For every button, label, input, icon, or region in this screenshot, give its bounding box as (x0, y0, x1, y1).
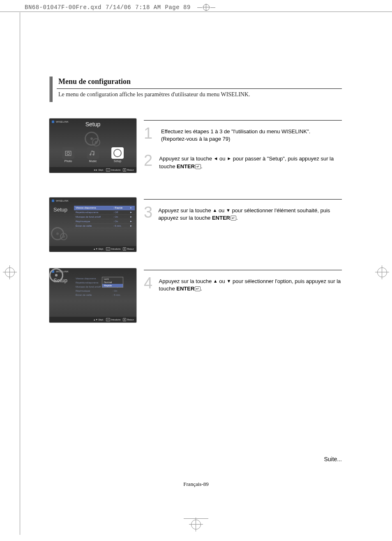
left-arrow-icon: ◄ (214, 156, 218, 161)
step-3-text-a: Appuyez sur la touche (158, 207, 212, 214)
up-arrow-icon: ▲ (213, 279, 218, 283)
setup-row: Musique de fond on/off: On► (74, 215, 135, 219)
nav-icon-photo: Photo (59, 147, 78, 165)
enter-label: ENTER (177, 163, 195, 169)
dropdown-option: Normal (102, 281, 123, 284)
step-1-text-a: Effectuez les étapes 1 à 3 de "l'utilisa… (161, 128, 310, 135)
down-arrow-icon: ▼ (226, 208, 231, 213)
slug-date: 7/14/06 (106, 4, 131, 11)
enter-label: ENTER (212, 215, 230, 221)
setup-row: Répétitiondiaporama: Off► (74, 210, 135, 215)
gear-icon (113, 149, 122, 157)
osd-footer: ▲▼ Dépl. ↵ Introduire Ⅱ Retour (49, 246, 136, 252)
trim-line-top (0, 12, 392, 12)
setup-row: Écran de veille: 5 min. (74, 293, 135, 297)
screen-title: Setup (49, 121, 136, 128)
setup-row: Vitesse diaporama: Rapide► (74, 206, 135, 210)
step-4-text-b: ou (218, 278, 227, 284)
page-number: Français-89 (0, 481, 392, 488)
osd-footer: ◄► Dépl. ↵ Introduire Ⅱ Retour (49, 167, 136, 173)
step-4-text-d: . (201, 286, 202, 292)
continuation-label: Suite... (324, 456, 342, 462)
gear-background-icon (85, 132, 101, 148)
svg-point-1 (67, 152, 69, 155)
slug-filename: BN68-01047F-00Fre.qxd (25, 4, 101, 11)
nav-icon-music: Music (83, 147, 102, 165)
step-number: 3 (144, 205, 152, 219)
nav-icon-setup-selected: Setup (108, 147, 127, 165)
setup-row: Écran de veille: 5 min.► (74, 224, 135, 228)
screenshot-setup-icons: WISELINK Setup Photo Music (49, 118, 136, 173)
section-title: Menu de configuration (58, 77, 342, 86)
slug-time: 7:18 AM (135, 4, 161, 11)
dropdown-option: Rapide (102, 284, 123, 287)
step-2-text-d: . (201, 163, 203, 169)
wiselink-logo: WISELINK (52, 200, 69, 202)
step-number: 4 (144, 276, 153, 290)
enter-icon: ↵ (195, 286, 201, 291)
enter-icon: ↵ (195, 164, 201, 169)
step-3-text-b: ou (217, 207, 226, 214)
enter-label: ENTER (176, 286, 194, 292)
step-2-text-a: Appuyez sur la touche (159, 156, 213, 162)
down-arrow-icon: ▼ (226, 279, 231, 283)
enter-icon: ↵ (231, 216, 236, 221)
registration-mark-icon (197, 4, 215, 11)
up-arrow-icon: ▲ (212, 208, 217, 213)
print-slug: BN68-01047F-00Fre.qxd 7/14/06 7:18 AM Pa… (25, 4, 215, 11)
registration-mark-bottom-icon (184, 518, 208, 529)
osd-footer: ▲▼ Dépl. ↵ Introduire Ⅱ Retour (49, 317, 136, 323)
step-2-text-b: ou (218, 156, 227, 162)
registration-mark-right-icon (370, 267, 392, 277)
step-3-text-d: . (236, 215, 238, 221)
registration-mark-left-icon (0, 267, 22, 277)
section-header: Menu de configuration Le menu de configu… (49, 77, 342, 102)
step-1: 1 Effectuez les étapes 1 à 3 de "l'utili… (144, 126, 342, 143)
slug-page: Page 89 (165, 4, 191, 11)
screenshot-setup-dropdown: WISELINK Setup Vitesse diaporama: LentRé… (49, 268, 136, 323)
section-subtitle: Le menu de configuration affiche les par… (58, 91, 342, 98)
step-4: 4 Appuyez sur la touche ▲ ou ▼ pour séle… (144, 276, 342, 293)
screenshot-setup-list: WISELINK Setup Vitesse diaporama: Rapide… (49, 197, 136, 252)
dropdown-option: Lent (102, 277, 123, 281)
step-1-text-b: (Reportez-vous à la page 79) (161, 136, 230, 142)
step-number: 2 (144, 153, 153, 167)
step-3: 3 Appuyez sur la touche ▲ ou ▼ pour séle… (144, 205, 342, 222)
step-2: 2 Appuyez sur la touche ◄ ou ► pour pass… (144, 153, 342, 170)
setup-row: Rép/musique: On (74, 289, 135, 293)
right-arrow-icon: ► (227, 156, 231, 161)
step-4-text-a: Appuyez sur la touche (159, 278, 213, 284)
screen-sidebar-title: Setup (53, 207, 67, 213)
step-number: 1 (144, 126, 155, 140)
section-accent-bar (49, 77, 53, 102)
dropdown-options: LentNormalRapide (102, 277, 123, 288)
setup-row: Rép/musique: On► (74, 219, 135, 224)
